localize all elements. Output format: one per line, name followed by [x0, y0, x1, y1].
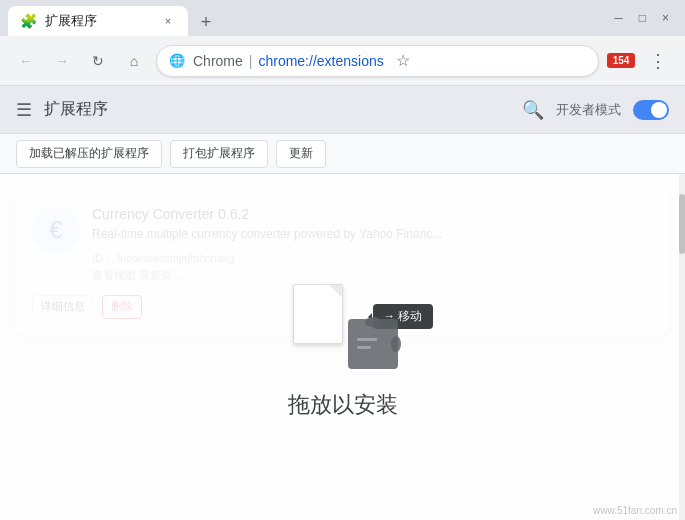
window-controls: ─ □ ×: [614, 11, 677, 25]
forward-button[interactable]: →: [48, 47, 76, 75]
svg-rect-2: [391, 336, 401, 352]
extensions-header: ☰ 扩展程序 🔍 开发者模式: [0, 86, 685, 134]
notification-badge: 154: [607, 53, 635, 68]
developer-buttons-bar: 加载已解压的扩展程序 打包扩展程序 更新: [0, 134, 685, 174]
home-button[interactable]: ⌂: [120, 47, 148, 75]
scrollbar-thumb[interactable]: [679, 194, 685, 254]
new-tab-button[interactable]: +: [192, 8, 220, 36]
title-bar: 🧩 扩展程序 × + ─ □ ×: [0, 0, 685, 36]
tab-close-button[interactable]: ×: [160, 13, 176, 29]
active-tab[interactable]: 🧩 扩展程序 ×: [8, 6, 188, 36]
omnibox-text: Chrome | chrome://extensions: [193, 53, 384, 69]
security-icon: 🌐: [169, 53, 185, 68]
dev-mode-label: 开发者模式: [556, 101, 621, 119]
minimize-button[interactable]: ─: [614, 11, 623, 25]
drag-overlay: → 移动 拖放以安装: [0, 174, 685, 520]
dev-mode-toggle[interactable]: [633, 100, 669, 120]
svg-rect-4: [357, 346, 371, 349]
update-button[interactable]: 更新: [276, 140, 326, 168]
scrollbar[interactable]: [679, 174, 685, 520]
puzzle-cursor-icon: [343, 314, 403, 374]
more-options-button[interactable]: ⋮: [643, 46, 673, 76]
omnibox-url: chrome://extensions: [258, 53, 383, 69]
omnibox-site-name: Chrome: [193, 53, 243, 69]
main-content: € Currency Converter 0.6.2 Real-time mul…: [0, 174, 685, 520]
tab-label: 扩展程序: [45, 12, 152, 30]
search-icon[interactable]: 🔍: [522, 99, 544, 121]
tab-extension-icon: 🧩: [20, 13, 37, 29]
drag-visual: → 移动: [283, 274, 403, 374]
toggle-knob: [651, 102, 667, 118]
back-button[interactable]: ←: [12, 47, 40, 75]
file-corner: [330, 285, 342, 297]
watermark: www.51fan.com.cn: [593, 505, 677, 516]
tab-bar: 🧩 扩展程序 × +: [8, 0, 614, 36]
omnibox-separator: |: [249, 53, 253, 69]
pack-extension-button[interactable]: 打包扩展程序: [170, 140, 268, 168]
drop-label: 拖放以安装: [288, 390, 398, 420]
file-icon: [293, 284, 343, 344]
load-unpacked-button[interactable]: 加载已解压的扩展程序: [16, 140, 162, 168]
extensions-title: 扩展程序: [44, 99, 108, 120]
svg-rect-3: [357, 338, 377, 341]
address-bar: ← → ↻ ⌂ 🌐 Chrome | chrome://extensions ☆…: [0, 36, 685, 86]
close-window-button[interactable]: ×: [662, 11, 669, 25]
omnibox[interactable]: 🌐 Chrome | chrome://extensions ☆: [156, 45, 599, 77]
svg-rect-1: [365, 317, 381, 327]
reload-button[interactable]: ↻: [84, 47, 112, 75]
hamburger-menu-icon[interactable]: ☰: [16, 99, 32, 121]
bookmark-star-button[interactable]: ☆: [396, 51, 410, 70]
maximize-button[interactable]: □: [639, 11, 646, 25]
